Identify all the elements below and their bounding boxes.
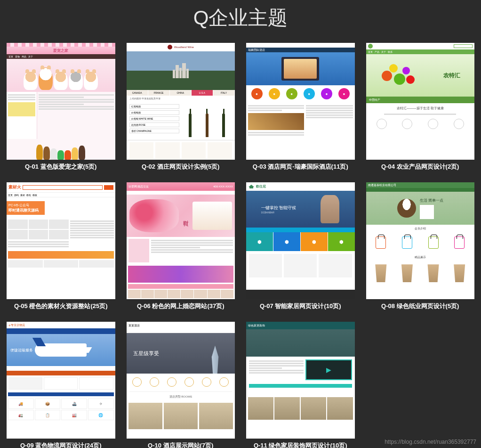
thumbnail: 某某酒店 五星级享受 酒店房型 ROOMS bbox=[127, 322, 235, 439]
card-caption: Q-04 农业产品网页设计(2页) bbox=[366, 160, 475, 171]
svg-marker-0 bbox=[249, 185, 254, 188]
theme-card-q04[interactable]: 首页产品关于联系 农特汇 中国特产 农特汇———源于生活 取于健康 Q-04 农… bbox=[366, 43, 475, 171]
card-caption: Q-05 橙色的素材火资源整站(25页) bbox=[7, 299, 115, 310]
theme-card-q08[interactable]: 南通嘉泰纸业有限公司 生活 简单一点 企业介绍 精品展示 Q-08 绿色纸业网页… bbox=[366, 182, 475, 310]
thumbnail: 南通嘉泰纸业有限公司 生活 简单一点 企业介绍 精品展示 bbox=[366, 182, 475, 299]
play-icon: ▶ bbox=[305, 359, 352, 380]
card-caption: Q-09 蓝色物流网页设计(24页) bbox=[7, 439, 115, 448]
theme-card-q03[interactable]: 瑞豪国际酒店 ●● ●● ●● Q-03 酒店网页-瑞豪国际酒店(11页) bbox=[246, 43, 355, 171]
thumbnail: 瑞豪国际酒店 ●● ●● ●● bbox=[246, 43, 355, 160]
theme-card-q06[interactable]: 珍爱网 婚恋交友400-XXX-XXXX 良时 Q-06 粉色的网上婚恋网站(3… bbox=[127, 182, 235, 310]
house-icon bbox=[248, 184, 255, 189]
thumbnail: 素材火 首页源码素材教程模板 PC·H5·公众号即时通讯聊天源码 bbox=[7, 182, 115, 299]
card-caption: Q-06 粉色的网上婚恋网站(37页) bbox=[127, 299, 235, 310]
theme-card-q09[interactable]: ✈ 专业达物流 便捷运输服务 🚚📦🚢✈🚛📋🏭🌐 Q-09 蓝色物流网页设计(24… bbox=[7, 322, 115, 448]
thumbnail: 珍爱网 婚恋交友400-XXX-XXXX 良时 bbox=[127, 182, 235, 299]
thumbnail: 首页产品关于联系 农特汇 中国特产 农特汇———源于生活 取于健康 bbox=[366, 43, 475, 160]
theme-card-q11[interactable]: 绿色家居装饰 ▶ Q-11 绿色家居装饰网页设计(10页) bbox=[246, 322, 355, 448]
card-caption: Q-02 酒庄网页设计实例(5页) bbox=[127, 160, 235, 171]
thumbnail: 爱宠之家 首页宠物用品关于 bbox=[7, 43, 115, 160]
theme-card-q02[interactable]: Woodland Wine CANADAFRANCE CHINAU.S.A IT… bbox=[127, 43, 235, 171]
thumbnail: 绿色家居装饰 ▶ bbox=[246, 322, 355, 439]
card-caption: Q-08 绿色纸业网页设计(5页) bbox=[366, 299, 475, 310]
card-caption: Q-11 绿色家居装饰网页设计(10页) bbox=[246, 439, 355, 448]
brand-text: 爱宠之家 bbox=[7, 47, 115, 54]
card-caption: Q-01 蓝色版爱宠之家(5页) bbox=[7, 160, 115, 171]
theme-card-q01[interactable]: 爱宠之家 首页宠物用品关于 Q-01 蓝色版爱宠之家(5页) bbox=[7, 43, 115, 171]
card-caption: Q-03 酒店网页-瑞豪国际酒店(11页) bbox=[246, 160, 355, 171]
theme-card-q07[interactable]: 欧仕尼 一键掌控 智能守候DCBANBAR ⬢⬢ ⬢⬢ Q-07 智能家居网页设… bbox=[246, 182, 355, 310]
thumbnail: 欧仕尼 一键掌控 智能守候DCBANBAR ⬢⬢ ⬢⬢ bbox=[246, 182, 355, 299]
theme-card-q10[interactable]: 某某酒店 五星级享受 酒店房型 ROOMS Q-10 酒店展示网站(7页) bbox=[127, 322, 235, 448]
theme-card-q05[interactable]: 素材火 首页源码素材教程模板 PC·H5·公众号即时通讯聊天源码 Q-05 橙色… bbox=[7, 182, 115, 310]
watermark: https://blog.csdn.net/ruan365392777 bbox=[385, 439, 476, 445]
thumbnail: Woodland Wine CANADAFRANCE CHINAU.S.A IT… bbox=[127, 43, 235, 160]
page-title: Q企业主题 bbox=[0, 0, 481, 43]
theme-grid: 爱宠之家 首页宠物用品关于 Q-01 蓝色版爱宠之家(5页) bbox=[0, 43, 481, 448]
card-caption: Q-07 智能家居网页设计(10页) bbox=[246, 299, 355, 310]
card-caption: Q-10 酒店展示网站(7页) bbox=[127, 439, 235, 448]
thumbnail: ✈ 专业达物流 便捷运输服务 🚚📦🚢✈🚛📋🏭🌐 bbox=[7, 322, 115, 439]
